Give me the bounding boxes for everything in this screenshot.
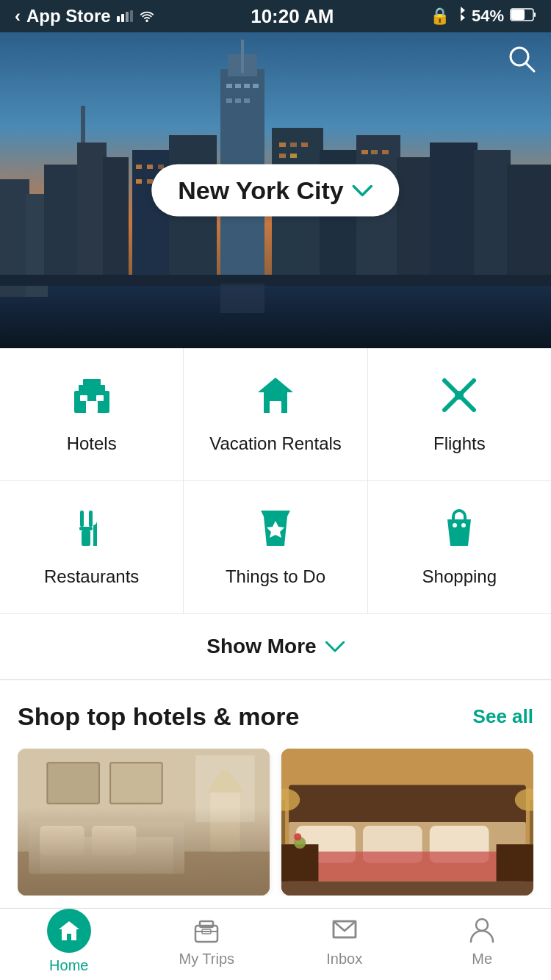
category-restaurants[interactable]: Restaurants xyxy=(0,481,184,613)
category-shopping[interactable]: Shopping xyxy=(368,481,551,613)
signal-icon xyxy=(117,6,133,26)
category-hotels[interactable]: Hotels xyxy=(0,348,184,480)
status-time: 10:20 AM xyxy=(251,5,334,28)
svg-rect-56 xyxy=(96,395,104,401)
svg-rect-5 xyxy=(534,12,536,17)
svg-rect-47 xyxy=(220,284,264,313)
categories-row-2: Restaurants Things to Do Sh xyxy=(0,481,551,614)
tab-me-label: Me xyxy=(472,951,492,968)
svg-rect-77 xyxy=(47,763,99,803)
svg-point-96 xyxy=(294,833,301,840)
svg-rect-62 xyxy=(82,530,90,546)
svg-rect-42 xyxy=(290,154,297,158)
hotel-icon xyxy=(71,375,112,422)
svg-rect-74 xyxy=(92,826,137,855)
hotel-image-2 xyxy=(281,749,533,896)
svg-rect-32 xyxy=(507,165,551,282)
category-flights[interactable]: Flights xyxy=(368,348,551,480)
category-things-to-do[interactable]: Things to Do xyxy=(184,481,367,613)
city-chevron-icon xyxy=(353,178,373,203)
back-arrow: ‹ xyxy=(15,6,21,26)
svg-point-58 xyxy=(455,391,464,400)
svg-rect-34 xyxy=(147,165,153,169)
svg-rect-19 xyxy=(244,84,250,88)
lock-icon: 🔒 xyxy=(430,7,450,26)
svg-rect-93 xyxy=(281,844,318,881)
svg-rect-11 xyxy=(44,165,81,282)
svg-rect-79 xyxy=(195,755,255,822)
svg-rect-69 xyxy=(32,829,181,874)
tab-bar: Home My Trips Inbox xyxy=(0,908,551,980)
svg-rect-40 xyxy=(301,143,308,147)
svg-rect-12 xyxy=(77,143,107,282)
svg-rect-17 xyxy=(226,84,232,88)
svg-rect-1 xyxy=(121,14,124,22)
svg-rect-38 xyxy=(279,143,286,147)
hotel-card-1[interactable] xyxy=(18,749,270,896)
svg-rect-70 xyxy=(29,822,184,837)
svg-rect-98 xyxy=(200,921,213,927)
tab-me[interactable]: Me xyxy=(414,909,552,980)
restaurants-label: Restaurants xyxy=(44,566,139,587)
restaurants-icon xyxy=(71,508,112,555)
inbox-icon xyxy=(331,915,359,946)
status-right: 🔒 54% xyxy=(430,6,536,26)
categories-row-1: Hotels Vacation Rentals Flights xyxy=(0,348,551,481)
battery-icon xyxy=(510,7,536,26)
svg-line-50 xyxy=(526,63,534,71)
svg-rect-60 xyxy=(89,511,93,527)
tab-my-trips-label: My Trips xyxy=(179,951,234,968)
svg-rect-41 xyxy=(279,154,286,158)
svg-rect-3 xyxy=(130,10,133,22)
svg-rect-71 xyxy=(29,822,40,874)
things-to-do-label: Things to Do xyxy=(226,566,325,587)
tab-inbox-label: Inbox xyxy=(326,951,362,968)
shopping-icon xyxy=(439,508,480,555)
show-more-label: Show More xyxy=(206,635,316,658)
hotels-header: Shop top hotels & more See all xyxy=(18,702,533,731)
svg-point-65 xyxy=(461,523,466,527)
search-button[interactable] xyxy=(507,44,536,80)
svg-rect-44 xyxy=(371,150,378,154)
city-selector[interactable]: New York City xyxy=(151,165,399,217)
hotel-card-2[interactable] xyxy=(281,749,533,896)
svg-rect-22 xyxy=(235,98,241,103)
svg-rect-21 xyxy=(226,98,232,103)
svg-rect-20 xyxy=(253,84,259,88)
hotel-cards-container xyxy=(18,749,533,896)
svg-rect-94 xyxy=(497,844,533,881)
tab-inbox[interactable]: Inbox xyxy=(276,909,414,980)
svg-rect-31 xyxy=(474,150,511,282)
wifi-icon xyxy=(139,6,155,26)
svg-rect-88 xyxy=(289,851,526,881)
svg-rect-48 xyxy=(81,106,85,143)
home-circle xyxy=(47,909,91,953)
flights-label: Flights xyxy=(433,433,486,454)
svg-rect-33 xyxy=(136,165,142,169)
svg-rect-73 xyxy=(40,826,84,855)
category-vacation-rentals[interactable]: Vacation Rentals xyxy=(184,348,367,480)
tab-my-trips[interactable]: My Trips xyxy=(138,909,276,980)
svg-rect-57 xyxy=(270,401,281,413)
svg-rect-72 xyxy=(173,822,184,874)
svg-rect-68 xyxy=(18,851,270,896)
svg-rect-0 xyxy=(117,16,120,22)
svg-rect-54 xyxy=(86,401,98,413)
hotels-section-title: Shop top hotels & more xyxy=(18,702,299,731)
svg-rect-59 xyxy=(80,511,84,527)
categories-grid: Hotels Vacation Rentals Flights xyxy=(0,348,551,680)
show-more-button[interactable]: Show More xyxy=(0,614,551,680)
carrier-label: App Store xyxy=(26,6,111,26)
svg-rect-36 xyxy=(136,179,142,184)
tab-home[interactable]: Home xyxy=(0,909,138,980)
status-left: ‹ App Store xyxy=(15,6,155,26)
vacation-rentals-label: Vacation Rentals xyxy=(209,433,342,454)
svg-rect-46 xyxy=(0,275,551,286)
shopping-label: Shopping xyxy=(422,566,497,587)
svg-point-64 xyxy=(453,523,457,527)
svg-rect-13 xyxy=(103,157,129,282)
things-to-do-icon xyxy=(255,508,296,555)
flights-icon xyxy=(439,375,480,422)
tab-home-label: Home xyxy=(49,957,88,974)
see-all-button[interactable]: See all xyxy=(473,705,533,728)
